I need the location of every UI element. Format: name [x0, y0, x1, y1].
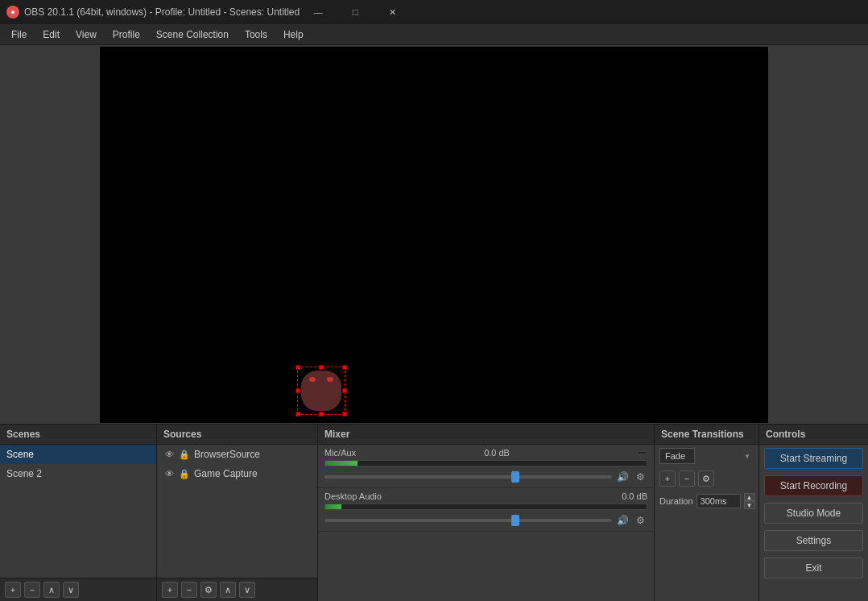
scene-item-1[interactable]: Scene — [0, 445, 156, 464]
menu-tools[interactable]: Tools — [237, 27, 275, 43]
app-icon: ● — [6, 6, 19, 19]
minimize-button[interactable]: — — [300, 0, 337, 24]
move-source-down-button[interactable]: ∨ — [239, 582, 255, 598]
move-scene-up-button[interactable]: ∧ — [43, 582, 60, 598]
handle-tm[interactable] — [319, 365, 324, 370]
duration-up-button[interactable]: ▲ — [744, 493, 755, 501]
mixer-track-mic-name: Mic/Aux — [324, 448, 356, 458]
duration-input[interactable] — [696, 494, 741, 508]
menu-scene-collection[interactable]: Scene Collection — [148, 27, 237, 43]
settings-button[interactable]: Settings — [764, 530, 863, 551]
mixer-track-desktop: Desktop Audio 0.0 dB 🔊 ⚙ — [318, 488, 654, 532]
mixer-track-desktop-header: Desktop Audio 0.0 dB — [324, 491, 647, 501]
duration-spinner: ▲ ▼ — [744, 493, 755, 509]
transitions-panel: Scene Transitions Fade Cut Swipe Slide +… — [655, 425, 759, 601]
start-recording-button[interactable]: Start Recording — [764, 475, 863, 496]
scene-object[interactable] — [297, 367, 345, 415]
slider-track-desktop — [324, 519, 612, 522]
controls-content: Start Streaming Start Recording Studio M… — [759, 445, 868, 601]
bottom-panels: Scenes Scene Scene 2 + − ∧ ∨ Sources 👁 🔒… — [0, 424, 868, 601]
sources-list: 👁 🔒 BrowserSource 👁 🔒 Game Capture — [157, 445, 317, 578]
lock-icon-game[interactable]: 🔒 — [179, 468, 190, 479]
scenes-panel-header: Scenes — [0, 425, 156, 445]
remove-scene-button[interactable]: − — [24, 582, 40, 598]
duration-row: Duration ▲ ▼ — [655, 490, 758, 512]
transition-type-select[interactable]: Fade Cut Swipe Slide — [659, 448, 695, 464]
settings-icon-desktop[interactable]: ⚙ — [633, 513, 647, 528]
mixer-scroll-1[interactable] — [638, 451, 647, 454]
menu-profile[interactable]: Profile — [105, 27, 148, 43]
mixer-track-mic-db: 0.0 dB — [484, 448, 510, 458]
add-scene-button[interactable]: + — [5, 582, 21, 598]
scenes-panel-footer: + − ∧ ∨ — [0, 578, 156, 601]
window-controls: — □ ✕ — [300, 0, 411, 24]
mixer-level-desktop — [325, 504, 341, 509]
mute-icon-desktop[interactable]: 🔊 — [615, 513, 630, 528]
mixer-track-mic: Mic/Aux 0.0 dB 🔊 ⚙ — [318, 445, 654, 488]
mixer-bar-mic — [324, 460, 647, 466]
titlebar: ● OBS 20.1.1 (64bit, windows) - Profile:… — [0, 0, 868, 24]
transitions-panel-header: Scene Transitions — [655, 425, 758, 445]
handle-bl[interactable] — [296, 412, 300, 417]
preview-canvas[interactable] — [100, 47, 768, 423]
studio-mode-button[interactable]: Studio Mode — [764, 503, 863, 524]
transition-type-wrapper: Fade Cut Swipe Slide — [659, 448, 754, 464]
handle-ml[interactable] — [296, 388, 300, 393]
mixer-controls-desktop: 🔊 ⚙ — [324, 513, 647, 528]
maximize-button[interactable]: □ — [337, 0, 374, 24]
controls-panel-header: Controls — [759, 425, 868, 445]
transition-controls-row: + − ⚙ — [655, 467, 758, 490]
move-scene-down-button[interactable]: ∨ — [63, 582, 79, 598]
scenes-panel: Scenes Scene Scene 2 + − ∧ ∨ — [0, 425, 157, 601]
mixer-track-desktop-name: Desktop Audio — [324, 491, 382, 501]
slider-thumb-mic[interactable] — [511, 471, 519, 483]
mixer-tracks: Mic/Aux 0.0 dB 🔊 ⚙ — [318, 445, 654, 601]
duration-down-button[interactable]: ▼ — [744, 501, 755, 509]
slider-thumb-desktop[interactable] — [511, 515, 519, 526]
volume-slider-desktop[interactable] — [324, 515, 612, 526]
move-source-up-button[interactable]: ∧ — [220, 582, 236, 598]
handle-tr[interactable] — [342, 365, 347, 370]
menu-edit[interactable]: Edit — [35, 27, 68, 43]
mixer-track-mic-header: Mic/Aux 0.0 dB — [324, 448, 647, 458]
remove-source-button[interactable]: − — [181, 582, 197, 598]
add-source-button[interactable]: + — [162, 582, 178, 598]
menu-help[interactable]: Help — [275, 27, 312, 43]
mute-icon-mic[interactable]: 🔊 — [615, 470, 630, 484]
visibility-icon-game[interactable]: 👁 — [163, 468, 175, 479]
source-item-game-capture[interactable]: 👁 🔒 Game Capture — [157, 464, 317, 483]
menu-view[interactable]: View — [68, 27, 105, 43]
close-button[interactable]: ✕ — [374, 0, 411, 24]
mixer-level-mic — [325, 461, 358, 466]
mixer-panel: Mixer Mic/Aux 0.0 dB — [318, 425, 655, 601]
controls-panel: Controls Start Streaming Start Recording… — [759, 425, 868, 601]
handle-tl[interactable] — [296, 365, 300, 370]
mixer-controls-mic: 🔊 ⚙ — [324, 470, 647, 484]
start-streaming-button[interactable]: Start Streaming — [764, 448, 863, 469]
sources-panel: Sources 👁 🔒 BrowserSource 👁 🔒 Game Captu… — [157, 425, 318, 601]
scene-item-2[interactable]: Scene 2 — [0, 464, 156, 483]
menu-file[interactable]: File — [3, 27, 35, 43]
mixer-panel-header: Mixer — [318, 425, 654, 445]
transition-settings-button[interactable]: ⚙ — [698, 470, 714, 487]
menubar: File Edit View Profile Scene Collection … — [0, 24, 868, 45]
source-name-browser: BrowserSource — [194, 449, 260, 460]
handle-mr[interactable] — [342, 388, 347, 393]
mixer-track-desktop-db: 0.0 dB — [622, 491, 647, 501]
exit-button[interactable]: Exit — [764, 557, 863, 578]
preview-container — [0, 45, 868, 424]
handle-br[interactable] — [342, 412, 347, 417]
source-item-browser[interactable]: 👁 🔒 BrowserSource — [157, 445, 317, 464]
transition-type-row: Fade Cut Swipe Slide — [655, 445, 758, 467]
settings-icon-mic[interactable]: ⚙ — [633, 470, 647, 484]
add-transition-button[interactable]: + — [659, 470, 676, 487]
visibility-icon-browser[interactable]: 👁 — [163, 449, 175, 460]
source-preview-thumbnail — [301, 371, 341, 411]
handle-bm[interactable] — [319, 412, 324, 417]
volume-slider-mic[interactable] — [324, 471, 612, 483]
source-settings-button[interactable]: ⚙ — [200, 582, 217, 598]
slider-track-mic — [324, 475, 612, 479]
scenes-list: Scene Scene 2 — [0, 445, 156, 578]
lock-icon-browser[interactable]: 🔒 — [179, 449, 190, 460]
remove-transition-button[interactable]: − — [679, 470, 695, 487]
